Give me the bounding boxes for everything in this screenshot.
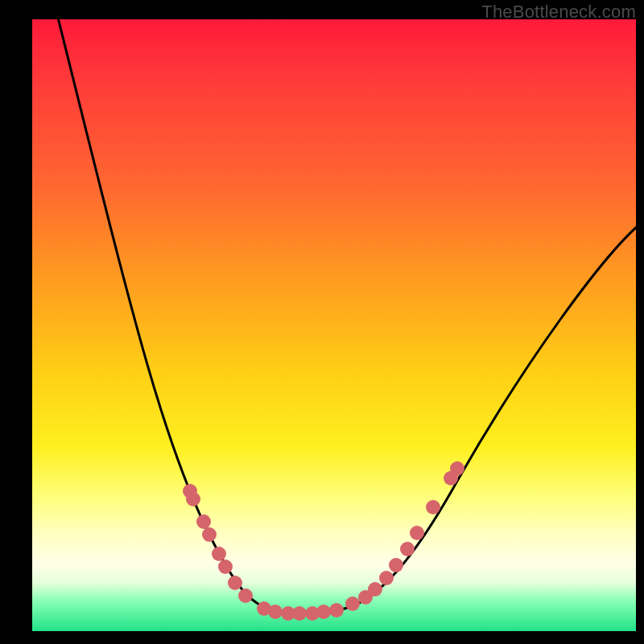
data-marker [329, 603, 344, 617]
data-marker [218, 559, 233, 574]
data-marker [212, 547, 226, 561]
data-marker [400, 542, 415, 556]
data-markers [183, 461, 464, 621]
data-marker [268, 605, 283, 619]
data-marker [379, 571, 394, 585]
data-marker [389, 558, 403, 572]
data-marker [228, 576, 242, 590]
chart-frame: TheBottleneck.com [0, 0, 644, 644]
data-marker [450, 461, 464, 476]
data-marker [316, 605, 331, 619]
data-marker [426, 500, 440, 514]
bottleneck-curve [56, 19, 636, 613]
plot-area [32, 19, 636, 631]
data-marker [186, 492, 200, 506]
data-marker [368, 582, 382, 597]
data-marker [196, 514, 211, 529]
chart-svg [32, 19, 636, 631]
data-marker [238, 588, 253, 603]
watermark-text: TheBottleneck.com [481, 2, 636, 23]
data-marker [202, 527, 217, 542]
data-marker [410, 526, 424, 540]
data-marker [345, 597, 360, 611]
data-marker [292, 606, 307, 621]
